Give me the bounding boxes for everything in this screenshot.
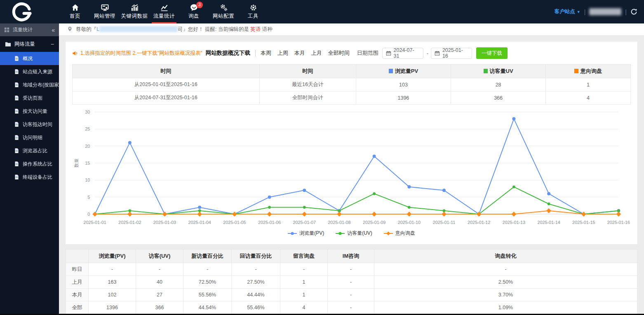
nav-item-label: 工具 [248,13,259,20]
svg-text:2025-01-05: 2025-01-05 [223,220,246,225]
stats-table: 浏览量(PV)访客(UV)新访量百分比回访量百分比留言询盘IM咨询询盘转化 昨日… [66,249,637,314]
sidebar-header: 流量统计 « [0,23,59,36]
location-pin-icon [67,26,73,33]
app-logo-icon [12,1,33,23]
download-button[interactable]: 一键下载 [476,47,508,59]
topbar: 首页网站管理关键词数据流量统计询盘3网站配置工具 客户站点 ▼ | | [0,0,644,23]
nav-item-label: 关键词数据 [121,13,148,20]
table-cell: 44.44% [232,289,280,301]
nav-item-gears[interactable]: 网站配置 [209,0,238,23]
table-cell: 1 [280,276,328,289]
stats-column-header: IM咨询 [328,250,374,263]
document-icon [14,148,19,154]
sidebar-item[interactable]: 操作系统占比 [0,157,59,170]
table-cell: 55.56% [183,289,232,301]
top-navigation: 首页网站管理关键词数据流量统计询盘3网站配置工具 [60,0,268,23]
legend-item[interactable]: 访客量(UV) [336,230,372,237]
bar-chart-icon [131,4,139,12]
monitor-icon [101,4,109,12]
table-cell: 40 [136,276,183,289]
svg-text:2025-01-04: 2025-01-04 [188,220,211,225]
overview-card: 1.选择指定的时间范围 2.一键下载"网站数据概况报表" 网站数据概况下载 本周… [66,42,637,244]
sidebar-collapse-icon[interactable]: « [52,27,55,33]
nav-item-bar-chart[interactable]: 关键词数据 [120,0,149,23]
sidebar-item-label: 终端设备占比 [23,174,52,181]
nav-item-label: 首页 [70,13,80,20]
sidebar-item[interactable]: 地域分布(按国家) [0,78,59,91]
sidebar-item[interactable]: 按天访问量 [0,105,59,118]
date-to-input[interactable]: 2025-01-16 [431,48,472,59]
sidebar-item-label: 操作系统占比 [23,161,52,168]
table-cell: 本月 [66,289,89,301]
section-title: 网站数据概况下载 [206,49,250,57]
legend-marker-icon [384,231,393,236]
folder-icon [5,42,11,47]
period-link[interactable]: 本周 [261,49,271,57]
table-cell: 1.09% [374,301,637,314]
legend-marker-icon [336,231,345,236]
sidebar-group-network-traffic[interactable]: 网络流量 − [0,36,59,52]
gears-icon [220,4,228,12]
svg-text:5: 5 [87,195,90,200]
table-cell: 全部 [66,301,89,314]
legend-item[interactable]: 意向询盘 [384,230,415,237]
nav-item-chat-bubble[interactable]: 询盘3 [179,0,209,23]
nav-item-line-chart[interactable]: 流量统计 [149,0,179,23]
table-cell: 366 [451,91,546,105]
sidebar-item-label: 访客抵达时间 [23,121,52,128]
svg-text:30: 30 [85,110,90,114]
svg-text:2025-01-02: 2025-01-02 [118,220,141,225]
sidebar-item[interactable]: 概况 [0,52,59,65]
sidebar-item-label: 访问明细 [23,134,42,141]
nav-item-gear[interactable]: 工具 [238,0,268,23]
nav-item-home[interactable]: 首页 [60,0,90,23]
line-chart-canvas: 0510152025302025-01-012025-01-022025-01-… [72,106,631,228]
sidebar-item[interactable]: 终端设备占比 [0,170,59,184]
nav-item-monitor[interactable]: 网站管理 [90,0,120,23]
grid-icon [4,27,9,33]
svg-text:2025-01-10: 2025-01-10 [398,220,421,225]
period-link[interactable]: 本月 [294,49,305,57]
chart-legend: 浏览量(PV)访客量(UV)意向询盘 [72,230,631,237]
site-selector-label: 客户站点 [555,8,575,15]
document-icon [14,56,19,61]
period-link[interactable]: 全部时间 [328,49,350,57]
legend-marker-icon [288,231,297,236]
svg-text:2025-01-14: 2025-01-14 [537,220,560,225]
table-cell: - [136,263,183,276]
period-link[interactable]: 上月 [311,49,322,57]
table-cell: - [232,263,280,276]
legend-item[interactable]: 浏览量(PV) [288,230,324,237]
table-cell: 27.50% [232,276,280,289]
stats-column-header: 询盘转化 [374,250,637,263]
table-cell: - [183,263,232,276]
table-cell: 上月 [66,276,89,289]
sidebar-items: 概况站点链入来源地域分布(按国家)受访页面按天访问量访客抵达时间访问明细浏览器占… [0,52,59,184]
table-cell: 102 [89,289,136,301]
svg-text:2025-01-16: 2025-01-16 [607,220,630,225]
table-row: 上月1634072.50%27.50%1-2.50% [66,276,637,289]
sidebar-item[interactable]: 受访页面 [0,91,59,105]
stats-column-header: 浏览量(PV) [89,250,136,263]
sidebar-item[interactable]: 站点链入来源 [0,65,59,78]
nav-item-label: 网站配置 [213,13,234,20]
svg-text:25: 25 [85,126,90,131]
table-cell: 1396 [356,91,451,105]
chart-toolbar: 1.选择指定的时间范围 2.一键下载"网站数据概况报表" 网站数据概况下载 本周… [72,47,631,59]
date-from-input[interactable]: 2024-07-31 [382,48,423,59]
traffic-line-chart: 0510152025302025-01-012025-01-022025-01-… [72,106,631,237]
divider: | [625,9,627,15]
table-cell: 从2025-01-01至2025-01-16 [73,78,260,91]
date-from-value: 2024-07-31 [394,47,420,59]
sidebar-item[interactable]: 浏览器占比 [0,144,59,157]
collapse-minus-icon: − [51,41,54,47]
sidebar-item[interactable]: 访问明细 [0,131,59,144]
site-selector-dropdown[interactable]: 客户站点 ▼ [555,8,581,15]
sidebar-item[interactable]: 访客抵达时间 [0,118,59,131]
refresh-icon[interactable] [630,8,637,15]
table-cell: - [328,263,374,276]
period-shortcuts: 本周上周本月上月全部时间 [261,49,350,57]
period-link[interactable]: 上周 [277,49,288,57]
table-row: 从2025-01-01至2025-01-16最近16天合计103281 [73,78,631,91]
table-cell: 从2024-07-31至2025-01-16 [73,91,260,105]
